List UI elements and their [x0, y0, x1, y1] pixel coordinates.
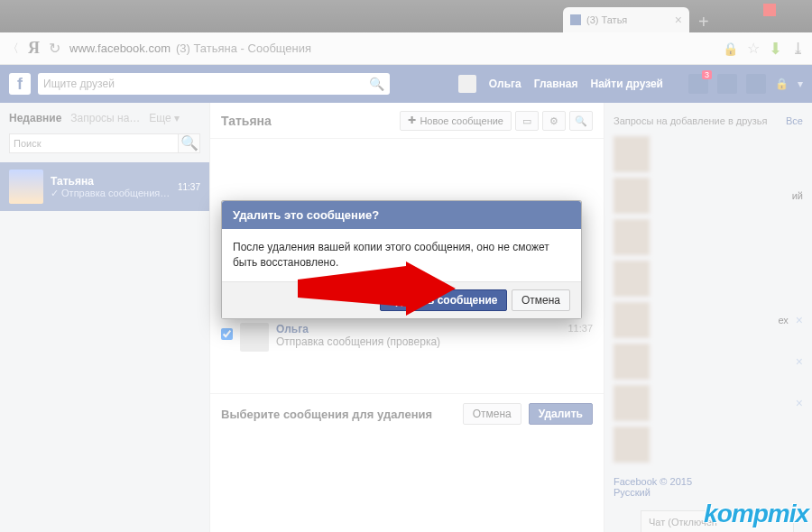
sidebar-search-input[interactable]: [10, 134, 178, 152]
dismiss-icon[interactable]: ×: [796, 354, 803, 369]
tab-message-requests[interactable]: Запросы на…: [70, 112, 140, 124]
close-tab-icon[interactable]: ×: [675, 13, 682, 27]
notification-indicator: [763, 4, 776, 16]
badge: 3: [702, 70, 712, 79]
dialog-cancel-button[interactable]: Отмена: [512, 289, 570, 311]
message-avatar: [240, 323, 269, 352]
lock-icon: 🔒: [723, 41, 738, 56]
messages-icon[interactable]: [717, 74, 737, 94]
dialog-title: Удалить это сообщение?: [222, 201, 581, 229]
delete-prompt: Выберите сообщения для удаления: [221, 408, 456, 421]
search-icon[interactable]: 🔍: [369, 77, 384, 91]
dialog-body: После удаления вашей копии этого сообщен…: [222, 229, 581, 281]
dismiss-icon[interactable]: ×: [796, 313, 803, 327]
see-all-link[interactable]: Все: [786, 115, 803, 126]
footer-language[interactable]: Русский: [614, 487, 651, 498]
friend-request-item[interactable]: [614, 258, 803, 299]
search-input[interactable]: [43, 78, 369, 90]
delete-toolbar: Выберите сообщения для удаления Отмена У…: [210, 393, 604, 434]
conversation-preview: ✓ Отправка сообщения…: [51, 188, 171, 199]
friend-request-item[interactable]: [614, 216, 803, 258]
tab-more[interactable]: Еще ▾: [149, 112, 180, 124]
address-bar: 〈 Я ↻ www.facebook.com (3) Татьяна - Соо…: [0, 32, 812, 65]
header-nav: Ольга Главная Найти друзей 3 🔒 ▾: [458, 74, 803, 94]
friend-request-item[interactable]: ий: [614, 175, 803, 216]
panel-title: Запросы на добавление в друзья: [614, 115, 767, 126]
reload-icon[interactable]: ↻: [49, 40, 60, 57]
nav-find-friends[interactable]: Найти друзей: [591, 78, 663, 90]
yandex-icon[interactable]: Я: [28, 39, 40, 58]
message-text: Отправка сообщения (проверка): [276, 335, 560, 348]
conversation-avatar: [9, 170, 43, 204]
nav-profile[interactable]: Ольга: [489, 78, 521, 90]
footer-brand[interactable]: Facebook © 2015: [614, 476, 692, 487]
avatar[interactable]: [458, 75, 476, 93]
download-icon[interactable]: ⬇: [769, 39, 782, 59]
settings-chevron-icon[interactable]: ▾: [798, 78, 803, 90]
message-time: 11:37: [567, 323, 593, 334]
tab-title: (3) Татья: [586, 14, 627, 25]
sidebar-search[interactable]: 🔍: [9, 133, 200, 153]
notifications-icon[interactable]: [746, 74, 766, 94]
facebook-header: f 🔍 Ольга Главная Найти друзей 3 🔒 ▾: [0, 65, 812, 103]
message-row: Ольга Отправка сообщения (проверка) 11:3…: [210, 317, 604, 357]
cancel-button[interactable]: Отмена: [463, 403, 521, 425]
dismiss-icon[interactable]: ×: [796, 396, 803, 410]
facebook-logo[interactable]: f: [9, 73, 31, 95]
watermark: kompmix: [704, 500, 808, 528]
facebook-search[interactable]: 🔍: [38, 73, 390, 95]
browser-tab-strip: (3) Татья × +: [0, 0, 812, 32]
download-manager-icon[interactable]: ⤓: [791, 39, 805, 59]
facebook-favicon: [570, 14, 581, 25]
bookmark-icon[interactable]: ☆: [747, 40, 760, 57]
search-icon[interactable]: 🔍: [178, 134, 199, 152]
conversation-time: 11:37: [178, 182, 200, 192]
conversation-item[interactable]: Татьяна ✓ Отправка сообщения… 11:37: [0, 162, 209, 211]
new-message-button[interactable]: ✚Новое сообщение: [400, 111, 512, 131]
tab-recent[interactable]: Недавние: [9, 112, 61, 124]
message-checkbox[interactable]: [221, 328, 233, 340]
friend-request-item[interactable]: ех×: [614, 299, 803, 341]
gear-icon[interactable]: ⚙: [542, 111, 566, 131]
url-domain: www.facebook.com: [69, 41, 171, 55]
nav-home[interactable]: Главная: [534, 78, 578, 90]
confirm-delete-button[interactable]: Удалить сообщение: [380, 289, 507, 311]
back-icon[interactable]: 〈: [7, 41, 19, 57]
delete-message-dialog: Удалить это сообщение? После удаления ва…: [221, 200, 582, 319]
delete-button[interactable]: Удалить: [529, 403, 593, 425]
new-tab-button[interactable]: +: [689, 12, 718, 32]
video-icon[interactable]: ▭: [515, 111, 539, 131]
conversation-name: Татьяна: [51, 175, 171, 188]
url-field[interactable]: www.facebook.com (3) Татьяна - Сообщения: [69, 41, 714, 55]
friend-requests-panel: Запросы на добавление в друзья Все ий ех…: [604, 103, 812, 532]
privacy-icon[interactable]: 🔒: [775, 78, 789, 90]
search-conv-icon[interactable]: 🔍: [569, 111, 593, 131]
url-title: (3) Татьяна - Сообщения: [176, 41, 311, 55]
friend-requests-icon[interactable]: 3: [688, 74, 708, 94]
message-sender[interactable]: Ольга: [276, 323, 560, 335]
friend-request-item[interactable]: [614, 424, 803, 465]
friend-request-item[interactable]: ×: [614, 341, 803, 382]
conversation-title[interactable]: Татьяна: [221, 114, 272, 128]
friend-request-item[interactable]: ×: [614, 382, 803, 424]
friend-request-item[interactable]: [614, 133, 803, 175]
messages-sidebar: Недавние Запросы на… Еще ▾ 🔍 Татьяна ✓ О…: [0, 103, 209, 532]
browser-tab[interactable]: (3) Татья ×: [563, 7, 689, 32]
